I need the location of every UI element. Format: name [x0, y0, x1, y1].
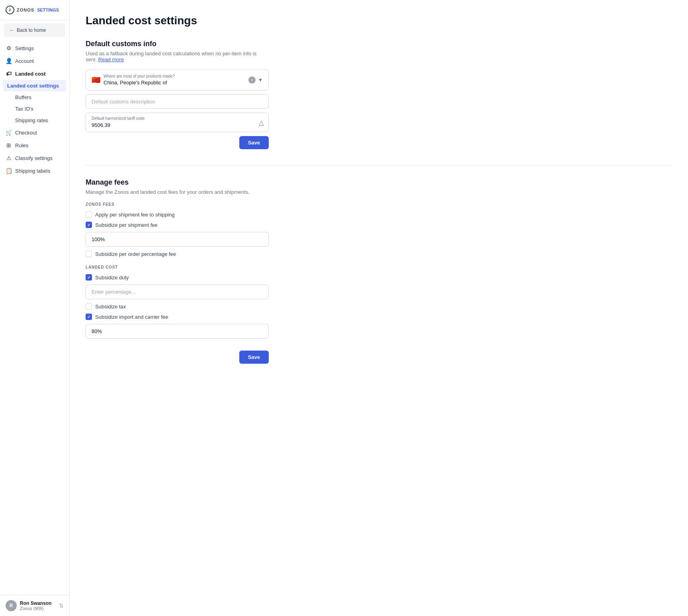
sidebar-item-classify-settings[interactable]: ⚠ Classify settings — [0, 152, 69, 164]
country-selector[interactable]: 🇨🇳 Where are most of your products made?… — [86, 70, 269, 90]
page-title: Landed cost settings — [86, 14, 672, 27]
sidebar-item-settings[interactable]: ⚙ Settings — [0, 42, 69, 55]
sidebar-item-landed-cost[interactable]: 🏷 Landed cost — [0, 67, 69, 80]
sidebar-sub-buffers-label: Buffers — [15, 94, 31, 100]
zonos-fees-title: ZONOS FEES — [86, 202, 269, 207]
user-details: Ron Swanson Zonos (909) — [20, 600, 51, 611]
apply-per-shipment-checkbox[interactable] — [86, 211, 92, 218]
back-label: Back to home — [17, 27, 46, 33]
sidebar-footer: R Ron Swanson Zonos (909) ⇅ — [0, 595, 69, 616]
sidebar-sub-item-landed-cost-settings[interactable]: Landed cost settings — [3, 80, 66, 92]
subsidize-duty-row: Subsidize duty — [86, 274, 269, 281]
warning-icon: △ — [259, 119, 264, 126]
tariff-code-wrapper: Default harmonized tariff code △ — [86, 113, 269, 132]
logo-icon: Z — [6, 6, 14, 14]
customs-desc-input[interactable] — [92, 99, 263, 105]
chevron-down-icon: ▼ — [258, 77, 263, 83]
zonos-fees-group: ZONOS FEES Apply per shipment fee to shi… — [86, 202, 269, 257]
user-org: Zonos (909) — [20, 606, 51, 611]
sidebar-sub-tax-ids-label: Tax ID's — [15, 106, 33, 112]
subsidize-per-order-checkbox[interactable] — [86, 251, 92, 257]
save-fees-row: Save — [86, 351, 269, 364]
logo-settings: SETTINGS — [37, 8, 59, 12]
rules-icon: ⊞ — [6, 142, 12, 148]
subsidize-tax-label: Subsidize tax — [95, 304, 126, 310]
tariff-code-label: Default harmonized tariff code — [92, 116, 254, 121]
apply-per-shipment-row: Apply per shipment fee to shipping — [86, 211, 269, 218]
apply-per-shipment-label: Apply per shipment fee to shipping — [95, 212, 174, 218]
customs-info-section: Default customs info Used as a fallback … — [86, 40, 269, 149]
customs-desc-wrapper — [86, 94, 269, 109]
back-arrow-icon: ← — [10, 27, 14, 33]
checkout-icon: 🛒 — [6, 129, 12, 136]
subsidize-per-order-row: Subsidize per order percentage fee — [86, 251, 269, 257]
sidebar-item-checkout-label: Checkout — [15, 130, 37, 136]
classify-icon: ⚠ — [6, 155, 12, 161]
avatar: R — [6, 600, 17, 611]
user-icon: 👤 — [6, 58, 12, 64]
sidebar-item-landed-cost-label: Landed cost — [15, 71, 46, 77]
subsidize-tax-row: Subsidize tax — [86, 303, 269, 310]
sidebar-nav: ⚙ Settings 👤 Account 🏷 Landed cost Lande… — [0, 40, 69, 179]
customs-info-title: Default customs info — [86, 40, 269, 48]
sidebar-item-shipping-labels[interactable]: 📋 Shipping labels — [0, 164, 69, 177]
sidebar-item-account-label: Account — [15, 58, 34, 64]
tag-icon: 🏷 — [6, 70, 12, 77]
back-to-home-button[interactable]: ← Back to home — [4, 23, 65, 37]
logo-text: ZONOS — [17, 8, 34, 12]
subsidize-duty-checkbox[interactable] — [86, 274, 92, 281]
sidebar-item-checkout[interactable]: 🛒 Checkout — [0, 126, 69, 139]
shipping-labels-icon: 📋 — [6, 168, 12, 174]
per-shipment-pct-input[interactable] — [86, 232, 269, 247]
save-customs-button[interactable]: Save — [239, 136, 269, 149]
sidebar-item-shipping-labels-label: Shipping labels — [15, 168, 50, 174]
main-content: Landed cost settings Default customs inf… — [70, 0, 688, 616]
subsidize-per-shipment-row: Subsidize per shipment fee — [86, 222, 269, 228]
save-customs-row: Save — [86, 136, 269, 149]
tariff-code-input[interactable] — [92, 122, 254, 128]
country-value: China, People's Republic of — [104, 80, 167, 86]
sidebar-item-rules[interactable]: ⊞ Rules — [0, 139, 69, 152]
sidebar-item-rules-label: Rules — [15, 142, 28, 148]
gear-icon: ⚙ — [6, 45, 12, 51]
country-flag: 🇨🇳 — [92, 76, 100, 84]
landed-cost-fees-group: LANDED COST Subsidize duty Subsidize tax… — [86, 265, 269, 343]
subsidize-duty-label: Subsidize duty — [95, 275, 129, 281]
country-select-left: 🇨🇳 Where are most of your products made?… — [92, 74, 175, 86]
country-field-label: Where are most of your products made? — [104, 74, 175, 78]
manage-fees-section: Manage fees Manage the Zonos and landed … — [86, 178, 269, 364]
country-clear-button[interactable]: × — [248, 76, 256, 84]
sidebar-sub-item-tax-ids[interactable]: Tax ID's — [0, 103, 69, 115]
logo: Z ZONOS SETTINGS — [0, 0, 69, 20]
user-info: R Ron Swanson Zonos (909) — [6, 600, 51, 611]
sort-icon[interactable]: ⇅ — [59, 602, 64, 609]
subsidize-import-carrier-label: Subsidize import and carrier fee — [95, 314, 168, 320]
read-more-link[interactable]: Read more — [98, 57, 124, 62]
subsidize-per-order-label: Subsidize per order percentage fee — [95, 251, 176, 257]
sidebar-sub-item-shipping-rates[interactable]: Shipping rates — [0, 115, 69, 126]
duty-pct-input[interactable] — [86, 285, 269, 299]
save-fees-button[interactable]: Save — [239, 351, 269, 364]
sidebar-sub-shipping-rates-label: Shipping rates — [15, 117, 48, 123]
sidebar-item-settings-label: Settings — [15, 45, 34, 51]
sidebar-item-classify-settings-label: Classify settings — [15, 155, 53, 161]
customs-info-desc: Used as a fallback during landed cost ca… — [86, 51, 269, 62]
subsidize-per-shipment-checkbox[interactable] — [86, 222, 92, 228]
user-name: Ron Swanson — [20, 600, 51, 606]
sidebar-item-account[interactable]: 👤 Account — [0, 55, 69, 67]
subsidize-import-carrier-checkbox[interactable] — [86, 314, 92, 320]
sidebar-sub-landed-cost-settings-label: Landed cost settings — [7, 83, 59, 89]
country-info: Where are most of your products made? Ch… — [104, 74, 175, 86]
divider — [86, 165, 672, 166]
sidebar: Z ZONOS SETTINGS ← Back to home ⚙ Settin… — [0, 0, 70, 616]
manage-fees-desc: Manage the Zonos and landed cost fees fo… — [86, 189, 269, 195]
manage-fees-title: Manage fees — [86, 178, 269, 187]
landed-cost-fees-title: LANDED COST — [86, 265, 269, 269]
subsidize-import-carrier-row: Subsidize import and carrier fee — [86, 314, 269, 320]
import-carrier-pct-input[interactable] — [86, 324, 269, 339]
country-select-controls: × ▼ — [248, 76, 263, 84]
subsidize-per-shipment-label: Subsidize per shipment fee — [95, 222, 158, 228]
sidebar-sub-item-buffers[interactable]: Buffers — [0, 92, 69, 103]
subsidize-tax-checkbox[interactable] — [86, 303, 92, 310]
